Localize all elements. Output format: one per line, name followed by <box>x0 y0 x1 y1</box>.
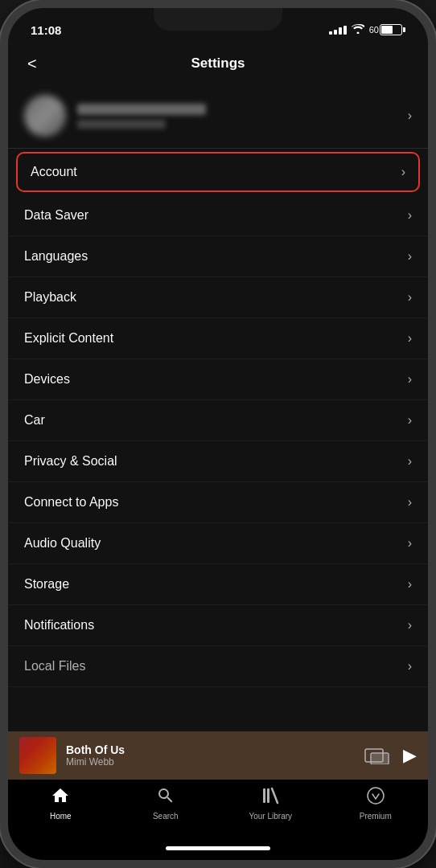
settings-label-devices: Devices <box>24 372 70 387</box>
play-button[interactable]: ▶ <box>403 745 417 766</box>
tab-premium-label: Premium <box>360 812 392 821</box>
now-playing-controls: ▶ <box>364 745 417 766</box>
tab-search[interactable]: Search <box>113 786 219 821</box>
chevron-storage: › <box>408 577 412 592</box>
tab-library-label: Your Library <box>249 812 292 821</box>
now-playing-info: Both Of Us Mimi Webb <box>66 743 364 768</box>
settings-label-languages: Languages <box>24 249 88 264</box>
chevron-playback: › <box>408 290 412 305</box>
chevron-devices: › <box>408 372 412 387</box>
header: < Settings <box>8 43 428 84</box>
chevron-data-saver: › <box>408 208 412 223</box>
settings-label-data-saver: Data Saver <box>24 208 88 223</box>
chevron-privacy-social: › <box>408 454 412 469</box>
premium-icon <box>366 786 385 809</box>
svg-rect-2 <box>372 754 388 764</box>
settings-label-explicit-content: Explicit Content <box>24 331 113 346</box>
settings-item-storage[interactable]: Storage› <box>8 564 428 605</box>
tab-bar: Home Search <box>8 780 428 846</box>
settings-label-account: Account <box>31 165 77 179</box>
chevron-notifications: › <box>408 618 412 633</box>
chevron-connect-to-apps: › <box>408 495 412 510</box>
settings-item-languages[interactable]: Languages› <box>8 236 428 277</box>
settings-label-privacy-social: Privacy & Social <box>24 454 117 469</box>
avatar <box>24 95 66 137</box>
battery-fill <box>381 26 393 34</box>
tab-home-label: Home <box>50 812 72 821</box>
settings-item-car[interactable]: Car› <box>8 400 428 441</box>
settings-item-connect-to-apps[interactable]: Connect to Apps› <box>8 482 428 523</box>
settings-label-connect-to-apps: Connect to Apps <box>24 495 118 510</box>
settings-content: › Account›Data Saver›Languages›Playback›… <box>8 84 428 731</box>
battery-tip <box>403 27 405 32</box>
status-icons: 60 <box>329 23 405 36</box>
now-playing-bar[interactable]: Both Of Us Mimi Webb ▶ <box>8 731 428 780</box>
library-icon <box>261 786 280 809</box>
settings-item-audio-quality[interactable]: Audio Quality› <box>8 523 428 564</box>
tab-premium[interactable]: Premium <box>323 786 429 821</box>
home-indicator <box>166 846 270 850</box>
now-playing-artist: Mimi Webb <box>66 756 364 768</box>
notch <box>154 8 282 31</box>
chevron-audio-quality: › <box>408 536 412 551</box>
signal-bars <box>329 26 347 35</box>
profile-text <box>77 104 408 129</box>
page-title: Settings <box>191 55 245 72</box>
now-playing-title: Both Of Us <box>66 743 364 756</box>
profile-name-blurred <box>77 104 206 115</box>
settings-item-explicit-content[interactable]: Explicit Content› <box>8 318 428 359</box>
settings-label-audio-quality: Audio Quality <box>24 536 101 551</box>
signal-bar-1 <box>329 31 332 35</box>
signal-bar-3 <box>339 27 342 35</box>
svg-rect-4 <box>267 788 269 803</box>
local-files-row[interactable]: Local Files › <box>8 646 428 687</box>
phone-inner: 11:08 60 <box>8 8 428 860</box>
chevron-explicit-content: › <box>408 331 412 346</box>
signal-bar-2 <box>334 30 337 35</box>
settings-label-playback: Playback <box>24 290 76 305</box>
connect-device-icon[interactable] <box>364 746 390 765</box>
battery-body <box>380 24 402 35</box>
battery-level: 60 <box>369 25 379 35</box>
wifi-icon <box>352 23 364 36</box>
battery-icon: 60 <box>369 24 405 35</box>
settings-list: Account›Data Saver›Languages›Playback›Ex… <box>8 152 428 646</box>
home-icon <box>51 786 70 809</box>
chevron-car: › <box>408 413 412 428</box>
chevron-languages: › <box>408 249 412 264</box>
settings-label-storage: Storage <box>24 577 69 592</box>
signal-bar-4 <box>343 26 347 35</box>
svg-rect-3 <box>263 788 265 803</box>
settings-label-notifications: Notifications <box>24 618 94 633</box>
local-files-label: Local Files <box>24 659 85 674</box>
settings-item-privacy-social[interactable]: Privacy & Social› <box>8 441 428 482</box>
settings-item-account[interactable]: Account› <box>16 152 420 192</box>
profile-chevron: › <box>408 108 412 123</box>
svg-point-5 <box>368 788 384 804</box>
settings-item-notifications[interactable]: Notifications› <box>8 605 428 646</box>
settings-label-car: Car <box>24 413 45 428</box>
album-art <box>19 737 56 774</box>
settings-item-devices[interactable]: Devices› <box>8 359 428 400</box>
chevron-account: › <box>401 165 405 179</box>
album-art-inner <box>19 737 56 774</box>
profile-row[interactable]: › <box>8 84 428 149</box>
back-button[interactable]: < <box>24 51 40 76</box>
local-files-chevron: › <box>408 659 412 674</box>
tab-library[interactable]: Your Library <box>218 786 323 821</box>
settings-item-data-saver[interactable]: Data Saver› <box>8 195 428 236</box>
search-icon <box>156 786 175 809</box>
tab-home[interactable]: Home <box>8 786 113 821</box>
profile-sub-blurred <box>77 120 166 129</box>
phone-frame: 11:08 60 <box>0 0 436 868</box>
tab-search-label: Search <box>153 812 179 821</box>
status-time: 11:08 <box>31 23 61 37</box>
settings-item-playback[interactable]: Playback› <box>8 277 428 318</box>
